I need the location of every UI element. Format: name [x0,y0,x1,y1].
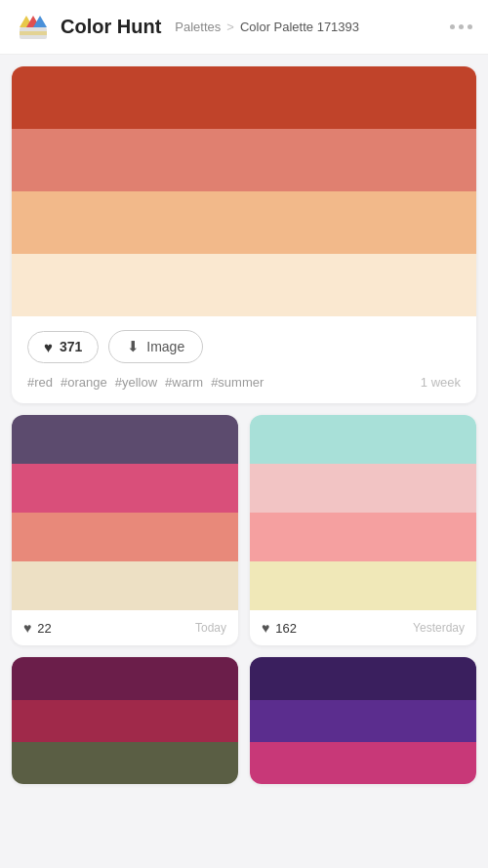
featured-swatches [12,66,476,316]
featured-swatch-1 [12,66,476,129]
heart-icon: ♥ [23,620,31,636]
time-label-2: Yesterday [413,621,465,635]
palette-footer-1: ♥ 22 Today [12,610,238,645]
download-label: Image [146,339,184,354]
swatch [12,415,238,464]
download-icon: ⬇ [127,338,140,355]
featured-swatch-3 [12,191,476,254]
palette-card-2[interactable]: ♥ 162 Yesterday [250,415,476,645]
swatch [250,513,476,561]
heart-icon: ♥ [44,339,53,355]
swatch [250,700,476,742]
palette-grid: ♥ 22 Today ♥ 162 Yesterday [0,415,488,796]
download-button[interactable]: ⬇ Image [108,330,203,363]
breadcrumb-palettes[interactable]: Palettes [175,20,221,34]
swatch [12,513,238,561]
featured-swatch-4 [12,254,476,316]
dot-icon [468,24,472,29]
swatch [12,700,238,742]
tag-summer[interactable]: #summer [211,375,264,390]
breadcrumb: Palettes > Color Palette 171393 [175,20,359,34]
app-title: Color Hunt [61,16,161,38]
like-count-2: 162 [275,621,297,636]
swatch [250,464,476,513]
heart-icon: ♥ [262,620,269,636]
featured-palette-card: ♥ 371 ⬇ Image #red #orange #yellow #warm… [12,66,476,403]
swatch [250,561,476,610]
breadcrumb-separator: > [226,20,234,34]
swatch [12,657,238,700]
featured-swatch-2 [12,129,476,191]
palette-card-3[interactable] [12,657,238,784]
tag-orange[interactable]: #orange [61,375,107,390]
tag-warm[interactable]: #warm [165,375,203,390]
like-button[interactable]: ♥ 371 [27,331,99,363]
more-options-button[interactable] [450,24,472,29]
time-label-1: Today [195,621,226,635]
svg-rect-4 [20,31,47,35]
palette-swatches-1 [12,415,238,610]
app-header: Color Hunt Palettes > Color Palette 1713… [0,0,488,55]
swatch [250,742,476,784]
breadcrumb-current: Color Palette 171393 [240,20,359,34]
swatch [12,742,238,784]
palette-footer-2: ♥ 162 Yesterday [250,610,476,645]
featured-time: 1 week [421,375,461,390]
dot-icon [459,24,464,29]
swatch [250,415,476,464]
featured-actions: ♥ 371 ⬇ Image [12,316,476,373]
swatch [12,464,238,513]
dot-icon [450,24,455,29]
swatch [12,561,238,610]
like-count: 371 [60,339,82,354]
swatch [250,657,476,700]
app-logo [16,10,51,45]
tag-red[interactable]: #red [27,375,53,390]
palette-card-4[interactable] [250,657,476,784]
featured-tags: #red #orange #yellow #warm #summer 1 wee… [12,373,476,403]
like-count-1: 22 [37,621,51,636]
tag-yellow[interactable]: #yellow [115,375,157,390]
palette-card-1[interactable]: ♥ 22 Today [12,415,238,645]
palette-swatches-2 [250,415,476,610]
